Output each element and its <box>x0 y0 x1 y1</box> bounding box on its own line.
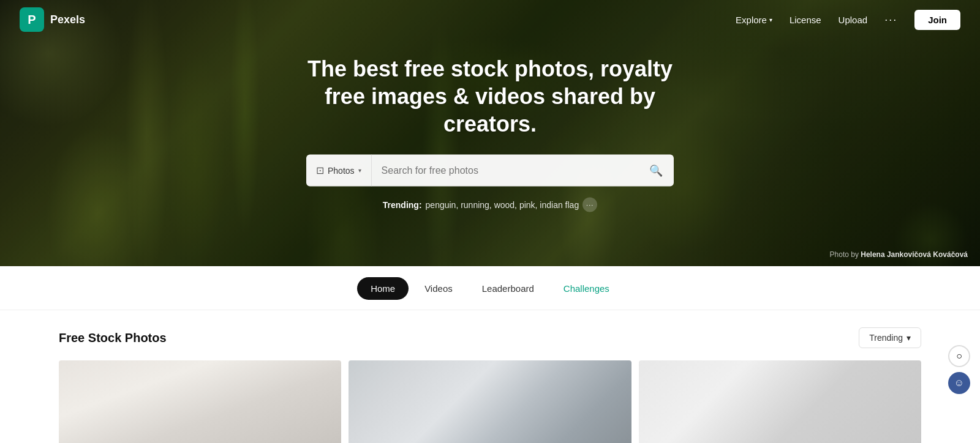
explore-chevron-icon: ▾ <box>769 17 772 23</box>
photographer-link[interactable]: Helena Jankovičová Kováčová <box>861 250 968 259</box>
photos-grid <box>59 360 921 443</box>
logo-link[interactable]: P Pexels <box>20 7 85 32</box>
hero-content: The best free stock photos, royalty free… <box>306 54 674 212</box>
trending-label: Trending: <box>383 199 422 209</box>
main-content: Free Stock Photos Trending ▾ <box>0 310 980 443</box>
search-type-button[interactable]: ⊡ Photos ▾ <box>306 154 372 186</box>
nav-license[interactable]: License <box>790 15 821 25</box>
tab-videos[interactable]: Videos <box>411 277 466 300</box>
trending-section: Trending: penguin, running, wood, pink, … <box>306 197 674 212</box>
nav-upload[interactable]: Upload <box>839 15 868 25</box>
trending-dropdown-button[interactable]: Trending ▾ <box>859 327 921 348</box>
photo-card[interactable] <box>349 360 631 443</box>
float-chat-button[interactable]: ☺ <box>948 372 970 394</box>
tab-challenges[interactable]: Challenges <box>550 277 623 300</box>
nav-links: Explore ▾ License Upload ··· Join <box>736 10 960 30</box>
search-input[interactable] <box>372 165 638 176</box>
tab-home[interactable]: Home <box>357 277 409 300</box>
type-chevron-icon: ▾ <box>358 167 361 174</box>
tabs-section: Home Videos Leaderboard Challenges <box>0 266 980 310</box>
trending-terms[interactable]: penguin, running, wood, pink, indian fla… <box>426 199 579 209</box>
photo-card[interactable] <box>59 360 341 443</box>
search-submit-button[interactable]: 🔍 <box>638 163 674 177</box>
search-icon: 🔍 <box>649 164 663 176</box>
tab-leaderboard[interactable]: Leaderboard <box>469 277 548 300</box>
nav-explore[interactable]: Explore ▾ <box>736 15 772 25</box>
section-title: Free Stock Photos <box>59 331 167 345</box>
float-circle-button[interactable]: ○ <box>948 345 970 367</box>
trending-more-button[interactable]: ··· <box>582 197 597 212</box>
dropdown-chevron-icon: ▾ <box>907 333 911 343</box>
hero-title: The best free stock photos, royalty free… <box>306 54 674 137</box>
join-button[interactable]: Join <box>914 10 960 30</box>
nav-more-icon[interactable]: ··· <box>884 13 897 26</box>
floating-buttons: ○ ☺ <box>948 345 970 394</box>
section-header: Free Stock Photos Trending ▾ <box>59 327 921 348</box>
photo-type-icon: ⊡ <box>316 165 324 176</box>
hero-section: The best free stock photos, royalty free… <box>0 0 980 266</box>
brand-name: Pexels <box>50 13 85 26</box>
photo-credit: Photo by Helena Jankovičová Kováčová <box>830 250 968 259</box>
search-bar: ⊡ Photos ▾ 🔍 <box>306 154 674 186</box>
photo-card[interactable] <box>639 360 921 443</box>
chat-icon: ☺ <box>954 378 964 389</box>
navbar: P Pexels Explore ▾ License Upload ··· Jo… <box>0 0 980 39</box>
logo-icon: P <box>20 7 44 32</box>
circle-icon: ○ <box>956 351 962 362</box>
